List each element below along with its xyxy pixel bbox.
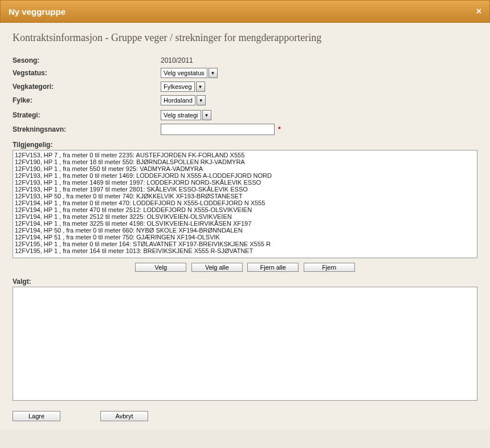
list-item[interactable]: 12FV193, HP 1 , fra meter 1997 til meter… bbox=[14, 186, 476, 193]
fylke-label: Fylke: bbox=[13, 96, 161, 104]
selected-listbox[interactable] bbox=[13, 287, 477, 401]
strategi-label: Strategi: bbox=[13, 111, 161, 119]
selected-label: Valgt: bbox=[13, 278, 477, 286]
list-item[interactable]: 12FV193, HP 1 , fra meter 0 til meter 14… bbox=[14, 172, 476, 179]
list-item[interactable]: 12FV195, HP 1 , fra meter 164 til meter … bbox=[14, 247, 476, 254]
fjern-alle-button[interactable]: Fjern alle bbox=[247, 263, 299, 272]
footer-buttons: Lagre Avbryt bbox=[13, 411, 477, 421]
list-item[interactable]: 12FV195, HP 1 , fra meter 0 til meter 16… bbox=[14, 241, 476, 247]
list-item[interactable]: 12FV194, HP 1 , fra meter 470 til meter … bbox=[14, 206, 476, 213]
velg-button[interactable]: Velg bbox=[135, 263, 186, 272]
chevron-down-icon[interactable]: ▼ bbox=[196, 82, 205, 92]
vegstatus-select[interactable]: Velg vegstatus bbox=[161, 68, 207, 78]
chevron-down-icon[interactable]: ▼ bbox=[197, 95, 206, 105]
page-title: Kontraktsinformasjon - Gruppe veger / st… bbox=[13, 32, 477, 44]
row-strekningsnavn: Strekningsnavn: * bbox=[13, 124, 477, 135]
list-item[interactable]: 12FV193, HP 1 , fra meter 1469 til meter… bbox=[14, 179, 476, 186]
vegkategori-select[interactable]: Fylkesveg bbox=[161, 82, 195, 92]
fjern-button[interactable]: Fjern bbox=[304, 263, 355, 272]
required-marker: * bbox=[278, 125, 281, 133]
vegstatus-label: Vegstatus: bbox=[13, 69, 161, 77]
lagre-button[interactable]: Lagre bbox=[13, 411, 60, 421]
strekningsnavn-label: Strekningsnavn: bbox=[13, 125, 161, 133]
row-strategi: Strategi: Velg strategi ▼ bbox=[13, 110, 477, 120]
close-icon[interactable]: × bbox=[476, 6, 481, 17]
chevron-down-icon[interactable]: ▼ bbox=[202, 110, 211, 120]
strategi-select[interactable]: Velg strategi bbox=[161, 110, 201, 120]
row-fylke: Fylke: Hordaland ▼ bbox=[13, 95, 477, 105]
fylke-select[interactable]: Hordaland bbox=[161, 95, 195, 105]
avbryt-button[interactable]: Avbryt bbox=[100, 411, 148, 421]
list-item[interactable]: 12FV194, HP 50 , fra meter 0 til meter 6… bbox=[14, 227, 476, 234]
dialog-title: Ny veggruppe bbox=[9, 7, 66, 17]
available-listbox[interactable]: 12FV153, HP 7 , fra meter 0 til meter 22… bbox=[13, 150, 477, 258]
list-item[interactable]: 12FV194, HP 1 , fra meter 0 til meter 47… bbox=[14, 199, 476, 206]
row-sesong: Sesong: 2010/2011 bbox=[13, 56, 477, 64]
sesong-label: Sesong: bbox=[13, 56, 161, 64]
row-vegkategori: Vegkategori: Fylkesveg ▼ bbox=[13, 82, 477, 92]
list-item[interactable]: 12FV190, HP 1 , fra meter 18 til meter 5… bbox=[14, 158, 476, 165]
transfer-button-row: Velg Velg alle Fjern alle Fjern bbox=[13, 262, 477, 272]
velg-alle-button[interactable]: Velg alle bbox=[191, 263, 243, 272]
list-item[interactable]: 12FV193, HP 50 , fra meter 0 til meter 7… bbox=[14, 193, 476, 199]
list-item[interactable]: 12FV194, HP 51 , fra meter 0 til meter 7… bbox=[14, 234, 476, 241]
list-item[interactable]: 12FV194, HP 1 , fra meter 2512 til meter… bbox=[14, 213, 476, 220]
chevron-down-icon[interactable]: ▼ bbox=[209, 68, 218, 78]
list-item[interactable]: 12FV194, HP 1 , fra meter 3225 til meter… bbox=[14, 220, 476, 227]
sesong-value: 2010/2011 bbox=[161, 56, 193, 64]
vegkategori-label: Vegkategori: bbox=[13, 83, 161, 91]
dialog: Ny veggruppe × Kontraktsinformasjon - Gr… bbox=[0, 0, 490, 448]
strekningsnavn-input[interactable] bbox=[161, 124, 275, 135]
row-vegstatus: Vegstatus: Velg vegstatus ▼ bbox=[13, 68, 477, 78]
available-label: Tilgjengelig: bbox=[13, 141, 477, 149]
dialog-titlebar: Ny veggruppe × bbox=[0, 0, 490, 23]
list-item[interactable]: 12FV190, HP 1 , fra meter 550 til meter … bbox=[14, 165, 476, 172]
list-item[interactable]: 12FV153, HP 7 , fra meter 0 til meter 22… bbox=[14, 152, 476, 158]
dialog-content: Kontraktsinformasjon - Gruppe veger / st… bbox=[0, 23, 490, 429]
